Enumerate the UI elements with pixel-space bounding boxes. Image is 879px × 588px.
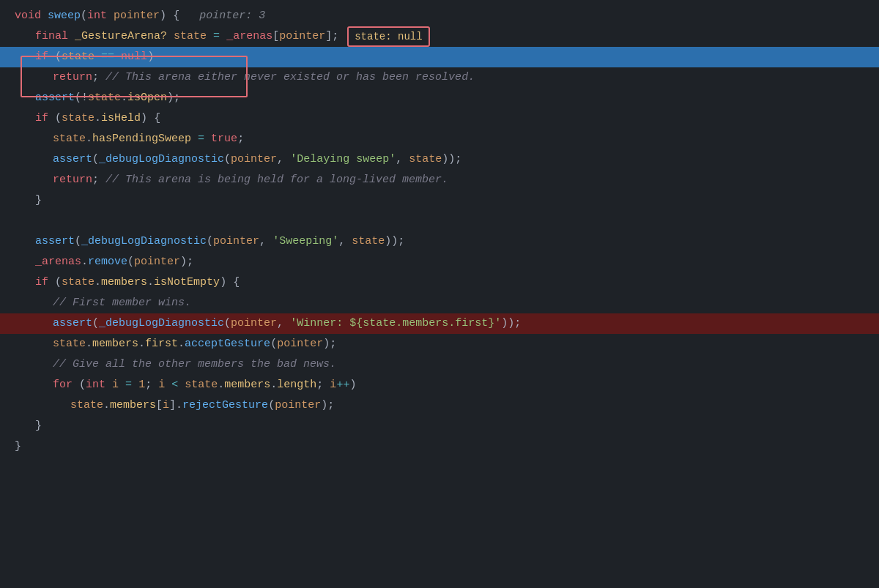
param-pointer: pointer	[114, 7, 160, 25]
code-line-10: }	[0, 190, 879, 211]
fn-assert2: assert	[53, 151, 92, 168]
fn-assert3: assert	[35, 233, 75, 250]
var-state9: state	[53, 335, 86, 353]
code-line-8: assert(_debugLogDiagnostic(pointer, 'Del…	[0, 149, 879, 170]
keyword-null: null	[121, 48, 147, 66]
code-line-14: if (state.members.isNotEmpty) {	[0, 272, 879, 293]
method-remove: remove	[88, 253, 127, 271]
code-editor: void sweep(int pointer) { pointer: 3 fin…	[0, 0, 879, 463]
code-line-4: return; // This arena either never exist…	[0, 67, 879, 88]
code-line-1: void sweep(int pointer) { pointer: 3	[0, 6, 879, 26]
code-line-13: _arenas.remove(pointer);	[0, 252, 879, 272]
param-pointer2: pointer	[279, 28, 325, 45]
prop-first: first	[145, 335, 178, 353]
comment-arena-resolved: // This arena either never existed or ha…	[105, 69, 475, 86]
code-line-17: state.members.first.acceptGesture(pointe…	[0, 334, 879, 354]
prop-members4: members	[110, 397, 156, 414]
fn-assert4: assert	[53, 315, 92, 332]
keyword-if: if	[35, 48, 48, 66]
num-1: 1	[138, 376, 145, 394]
keyword-final: final	[35, 28, 68, 45]
code-line-19: for (int i = 1; i < state.members.length…	[0, 375, 879, 395]
comment-pointer: pointer: 3	[199, 7, 265, 25]
var-state10: state	[185, 376, 218, 394]
var-i: i	[112, 376, 119, 394]
code-line-5: assert(!state.isOpen);	[0, 88, 879, 108]
comment-long-lived: // This arena is being held for a long-l…	[105, 171, 448, 189]
keyword-if3: if	[35, 274, 48, 291]
code-line-21: }	[0, 416, 879, 436]
var-state6: state	[409, 151, 442, 168]
prop-length: length	[277, 376, 316, 394]
prop-hasPendingSweep: hasPendingSweep	[92, 130, 191, 148]
fn-debugLog: _debugLogDiagnostic	[99, 151, 224, 168]
comment-bad-news: // Give all the other members the bad ne…	[53, 356, 336, 373]
prop-isNotEmpty: isNotEmpty	[154, 274, 220, 291]
code-line-22: }	[0, 436, 879, 457]
code-line-15: // First member wins.	[0, 293, 879, 313]
code-line-18: // Give all the other members the bad ne…	[0, 354, 879, 375]
keyword-if2: if	[35, 110, 48, 127]
keyword-int: int	[87, 7, 107, 25]
var-state2: state	[62, 48, 94, 66]
code-line-12: assert(_debugLogDiagnostic(pointer, 'Swe…	[0, 231, 879, 252]
fn-assert: assert	[35, 89, 75, 107]
keyword-return2: return	[53, 171, 92, 189]
keyword-int2: int	[86, 376, 105, 394]
comment-first-member: // First member wins.	[53, 294, 191, 312]
param-pointer4: pointer	[213, 233, 259, 250]
keyword-for: for	[53, 376, 73, 394]
prop-isHeld: isHeld	[101, 110, 141, 127]
var-arenas: _arenas	[226, 28, 272, 45]
var-i3: i	[330, 376, 336, 394]
var-arenas2: _arenas	[35, 253, 81, 271]
code-line-6: if (state.isHeld) {	[0, 108, 879, 129]
param-pointer7: pointer	[277, 335, 323, 353]
method-acceptGesture: acceptGesture	[185, 335, 270, 353]
var-state5: state	[53, 130, 86, 148]
fn-sweep: sweep	[48, 7, 81, 25]
code-line-3: if (state == null)	[0, 47, 879, 67]
fn-debugLog3: _debugLogDiagnostic	[99, 315, 224, 332]
prop-members: members	[101, 274, 147, 291]
code-line-11	[0, 211, 879, 231]
code-line-2: final _GestureArena? state = _arenas[poi…	[0, 26, 879, 47]
str-delaying: 'Delaying sweep'	[290, 151, 396, 168]
param-pointer5: pointer	[134, 253, 180, 271]
keyword-void: void	[15, 7, 41, 25]
param-pointer6: pointer	[231, 315, 277, 332]
method-rejectGesture: rejectGesture	[182, 397, 268, 414]
var-i4: i	[163, 397, 169, 414]
prop-members3: members	[224, 376, 270, 394]
var-i2: i	[158, 376, 165, 394]
var-state11: state	[70, 397, 103, 414]
var-state3: state	[88, 89, 121, 107]
var-state8: state	[62, 274, 94, 291]
prop-members2: members	[92, 335, 138, 353]
code-line-9: return; // This arena is being held for …	[0, 170, 879, 190]
var-state7: state	[352, 233, 385, 250]
str-sweeping: 'Sweeping'	[272, 233, 338, 250]
str-winner: 'Winner: ${state.members.first}'	[290, 315, 501, 332]
code-line-20: state.members[i].rejectGesture(pointer);	[0, 395, 879, 416]
type-gesture-arena: _GestureArena?	[75, 28, 167, 45]
state-null-badge: state: null	[347, 26, 429, 47]
var-state: state	[174, 28, 207, 45]
param-pointer3: pointer	[231, 151, 277, 168]
keyword-true: true	[211, 130, 237, 148]
var-state4: state	[62, 110, 94, 127]
code-line-16: assert(_debugLogDiagnostic(pointer, 'Win…	[0, 313, 879, 334]
param-pointer8: pointer	[275, 397, 321, 414]
code-line-7: state.hasPendingSweep = true;	[0, 129, 879, 149]
prop-isOpen: isOpen	[127, 89, 167, 107]
fn-debugLog2: _debugLogDiagnostic	[81, 233, 207, 250]
keyword-return: return	[53, 69, 92, 86]
